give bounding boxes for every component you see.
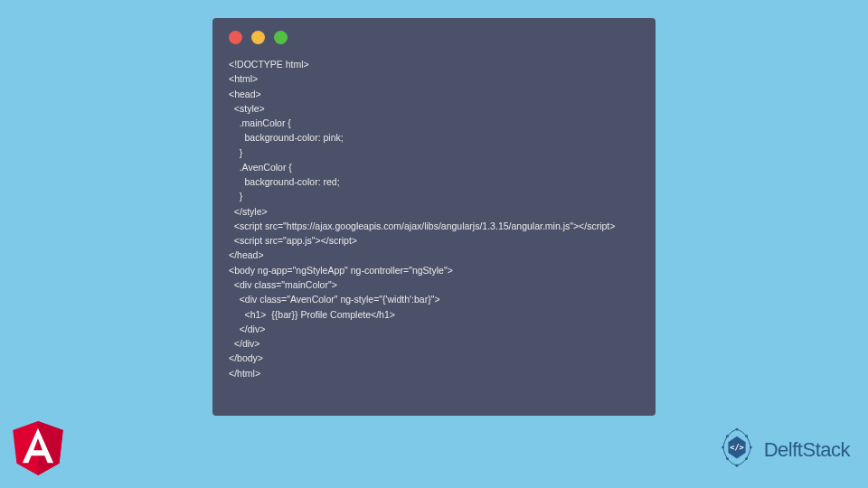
minimize-icon[interactable] xyxy=(251,31,265,44)
svg-point-4 xyxy=(745,435,748,437)
svg-point-6 xyxy=(745,457,748,460)
window-controls xyxy=(229,31,639,44)
svg-point-5 xyxy=(750,446,752,449)
code-editor-window: <!DOCTYPE html> <html> <head> <style> .m… xyxy=(212,18,656,416)
close-icon[interactable] xyxy=(229,31,242,44)
svg-point-7 xyxy=(735,465,738,467)
svg-point-3 xyxy=(735,428,738,430)
svg-point-9 xyxy=(722,446,724,449)
svg-point-8 xyxy=(726,457,729,460)
svg-text:</>: </> xyxy=(730,443,744,452)
angular-logo-icon xyxy=(13,421,63,475)
code-block: <!DOCTYPE html> <html> <head> <style> .m… xyxy=(229,57,639,380)
delftstack-text: DelftStack xyxy=(764,438,850,462)
delftstack-badge-icon: </> xyxy=(715,428,759,472)
maximize-icon[interactable] xyxy=(274,31,288,44)
delftstack-logo: </> DelftStack xyxy=(715,428,850,472)
svg-point-10 xyxy=(726,435,729,437)
